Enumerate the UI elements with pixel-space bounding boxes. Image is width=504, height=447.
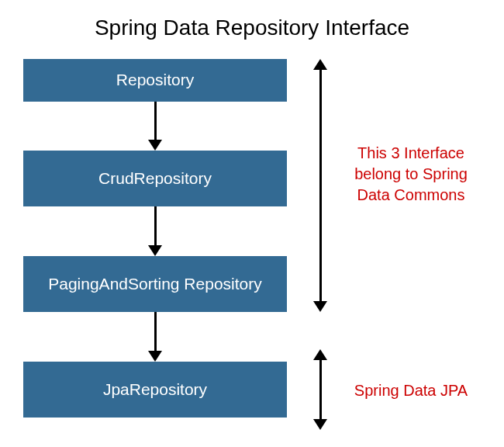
box-paging-sorting-repository-label: PagingAndSorting Repository bbox=[48, 274, 262, 294]
diagram-title: Spring Data Repository Interface bbox=[0, 0, 504, 56]
box-crud-repository: CrudRepository bbox=[23, 151, 287, 206]
box-paging-sorting-repository: PagingAndSorting Repository bbox=[23, 256, 287, 312]
annotation-jpa: Spring Data JPA bbox=[341, 380, 481, 401]
box-jpa-repository: JpaRepository bbox=[23, 362, 287, 418]
arrow-repo-to-crud bbox=[151, 102, 159, 151]
box-jpa-repository-label: JpaRepository bbox=[103, 379, 207, 400]
diagram-canvas: Repository CrudRepository PagingAndSorti… bbox=[23, 59, 481, 439]
box-crud-repository-label: CrudRepository bbox=[98, 168, 212, 189]
arrow-paging-to-jpa bbox=[151, 312, 159, 362]
box-repository-label: Repository bbox=[116, 70, 194, 90]
arrow-crud-to-paging bbox=[151, 206, 159, 256]
box-repository: Repository bbox=[23, 59, 287, 102]
annotation-commons: This 3 Interface belong to Spring Data C… bbox=[341, 143, 481, 206]
